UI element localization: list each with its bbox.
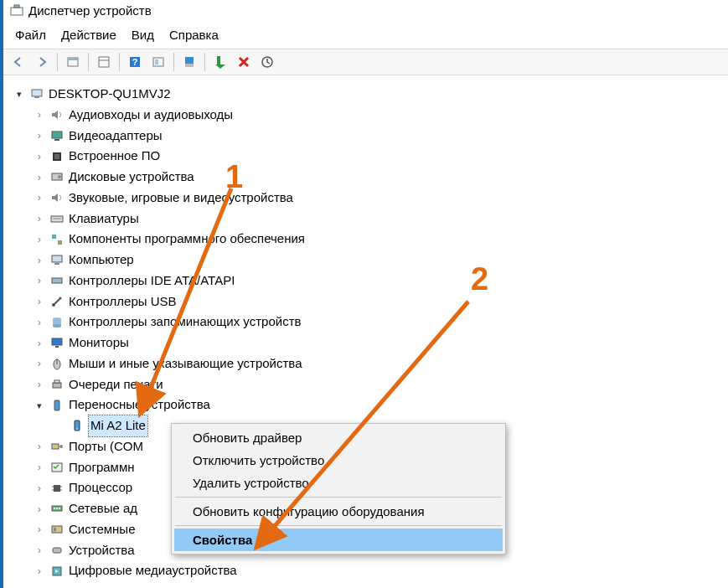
expand-toggle[interactable] (34, 130, 45, 142)
category-label: Контроллеры IDE ATA/ATAPI (69, 271, 235, 291)
svg-rect-9 (155, 59, 158, 64)
expand-toggle[interactable] (34, 296, 45, 307)
svg-rect-28 (52, 278, 62, 283)
tree-category[interactable]: Контроллеры IDE ATA/ATAPI (8, 271, 723, 291)
expand-toggle[interactable] (34, 192, 45, 204)
tree-category[interactable]: Компьютер (8, 250, 723, 271)
ctx-uninstall-device[interactable]: Удалить устройство (174, 472, 503, 494)
svg-point-42 (76, 429, 78, 431)
category-label: Сетевые ад (69, 498, 137, 519)
tree-category[interactable]: Мыши и иные указывающие устройства (8, 353, 723, 374)
category-label: Видеоадаптеры (69, 126, 163, 147)
svg-rect-43 (52, 444, 59, 449)
menu-file[interactable]: Файл (15, 28, 46, 42)
update-driver-button[interactable] (179, 52, 199, 72)
menu-action[interactable]: Действие (61, 28, 116, 42)
context-menu: Обновить драйвер Отключить устройство Уд… (171, 423, 506, 554)
monitor-icon (50, 336, 64, 349)
svg-rect-3 (68, 58, 78, 60)
tree-category[interactable]: Встроенное ПО (8, 146, 723, 167)
expand-toggle[interactable] (34, 565, 45, 577)
ctx-disable-device[interactable]: Отключить устройство (174, 449, 503, 472)
uninstall-button[interactable] (234, 52, 254, 72)
ctx-scan-hardware[interactable]: Обновить конфигурацию оборудования (174, 500, 503, 523)
expand-toggle[interactable] (34, 275, 45, 286)
expand-toggle[interactable] (34, 379, 45, 390)
title-bar: Диспетчер устройств (3, 0, 728, 23)
tree-category[interactable]: Переносные устройства (8, 395, 723, 415)
tree-category[interactable]: Мониторы (8, 333, 723, 353)
svg-rect-0 (11, 8, 23, 15)
expand-toggle[interactable] (13, 88, 25, 100)
category-label: Компоненты программного обеспечения (69, 229, 305, 250)
back-button[interactable] (8, 52, 28, 72)
expand-toggle[interactable] (34, 524, 45, 535)
svg-rect-14 (32, 90, 42, 96)
help-button[interactable]: ? (125, 52, 145, 72)
category-label: Дисковые устройства (69, 167, 194, 188)
tree-category[interactable]: Контроллеры USB (8, 291, 723, 312)
svg-rect-27 (54, 263, 59, 265)
network-icon (50, 502, 64, 515)
category-label: Мониторы (69, 333, 129, 353)
expand-toggle[interactable] (34, 400, 45, 411)
app-icon (10, 4, 23, 18)
show-hidden-button[interactable] (63, 52, 83, 72)
expand-toggle[interactable] (34, 544, 45, 556)
usb-icon (50, 295, 64, 308)
expand-toggle[interactable] (34, 462, 45, 473)
tree-category[interactable]: Дисковые устройства (8, 167, 723, 188)
tree-category[interactable]: Аудиовходы и аудиовыходы (8, 105, 723, 126)
svg-rect-34 (52, 338, 62, 345)
phone-icon (70, 419, 84, 432)
svg-rect-16 (52, 132, 62, 138)
svg-rect-26 (52, 255, 62, 262)
category-label: Переносные устройства (69, 395, 210, 415)
expand-toggle[interactable] (34, 234, 45, 245)
scan-hardware-button[interactable] (257, 52, 277, 72)
expand-toggle[interactable] (34, 171, 45, 183)
svg-rect-17 (54, 139, 59, 141)
tree-category[interactable]: Контроллеры запоминающих устройств (8, 312, 723, 333)
forward-button[interactable] (32, 52, 52, 72)
tree-root[interactable]: DESKTOP-QU1MVJ2 (8, 84, 723, 105)
window-title: Диспетчер устройств (28, 3, 152, 18)
ctx-update-driver[interactable]: Обновить драйвер (174, 426, 503, 449)
svg-rect-11 (185, 64, 194, 67)
category-label: Мыши и иные указывающие устройства (69, 353, 302, 374)
ctx-properties[interactable]: Свойства (174, 529, 503, 551)
svg-rect-1 (14, 5, 19, 8)
scan-button[interactable] (148, 52, 168, 72)
tree-category[interactable]: Очереди печати (8, 374, 723, 395)
svg-rect-4 (99, 57, 109, 67)
category-label: Звуковые, игровые и видеоустройства (69, 188, 293, 209)
tree-category[interactable]: Компоненты программного обеспечения (8, 229, 723, 250)
tree-category[interactable]: Видеоадаптеры (8, 126, 723, 147)
portable-icon (50, 399, 64, 412)
tree-category[interactable]: Звуковые, игровые и видеоустройства (8, 188, 723, 209)
expand-toggle[interactable] (34, 358, 45, 369)
expand-toggle[interactable] (34, 151, 45, 162)
menu-view[interactable]: Вид (132, 28, 154, 42)
svg-point-52 (54, 508, 55, 509)
expand-toggle[interactable] (34, 503, 45, 514)
expand-toggle[interactable] (34, 337, 45, 348)
menu-bar: Файл Действие Вид Справка (3, 23, 728, 49)
expand-toggle[interactable] (34, 213, 45, 224)
system-icon (50, 523, 64, 536)
enable-button[interactable] (210, 52, 230, 72)
menu-help[interactable]: Справка (169, 28, 219, 42)
cpu-icon (50, 482, 64, 495)
expand-toggle[interactable] (34, 317, 45, 328)
tree-category[interactable]: Цифровые медиаустройства (8, 560, 723, 581)
software-icon (50, 461, 64, 474)
svg-rect-40 (54, 400, 59, 410)
properties-button[interactable] (94, 52, 114, 72)
expand-toggle[interactable] (34, 482, 45, 494)
expand-toggle[interactable] (34, 109, 45, 121)
display-icon (50, 129, 64, 142)
tree-category[interactable]: Клавиатуры (8, 209, 723, 230)
expand-toggle[interactable] (34, 441, 45, 452)
svg-rect-46 (54, 485, 60, 492)
expand-toggle[interactable] (34, 254, 45, 266)
